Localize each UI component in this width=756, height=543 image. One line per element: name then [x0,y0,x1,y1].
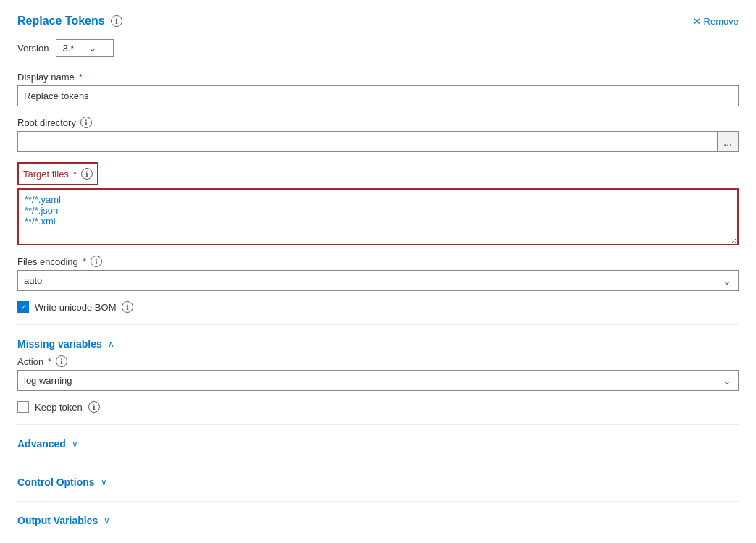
remove-x-icon: ✕ [693,16,701,27]
root-directory-label-text: Root directory [17,117,76,128]
target-files-input[interactable]: **/*.yaml **/*.json **/*.xml [19,190,737,244]
keep-token-checkbox[interactable] [17,401,29,413]
action-select-wrapper: log warning fail keep token replace with… [17,370,739,391]
display-name-label-text: Display name [17,72,75,83]
version-select[interactable]: 3.* ⌄ [56,39,114,57]
root-directory-input-group: ... [17,131,739,152]
files-encoding-info-icon[interactable]: ℹ [91,256,102,267]
advanced-chevron-icon: ∨ [72,439,78,449]
output-variables-section: Output Variables ∨ [17,509,739,532]
action-required: * [48,356,51,367]
version-chevron-icon: ⌄ [88,43,96,54]
remove-button[interactable]: ✕ Remove [693,16,739,27]
files-encoding-label-text: Files encoding [17,256,78,267]
keep-token-row: Keep token ℹ [17,401,739,413]
control-options-chevron-icon: ∨ [101,477,107,487]
display-name-input[interactable] [17,85,739,106]
title-row: Replace Tokens ℹ [17,14,122,28]
advanced-header[interactable]: Advanced ∨ [17,432,739,455]
remove-label: Remove [704,16,739,27]
root-directory-label: Root directory ℹ [17,117,739,128]
page-header: Replace Tokens ℹ ✕ Remove [17,14,739,28]
files-encoding-select[interactable]: auto utf-8 utf-16le utf-16be ascii [17,270,739,291]
title-info-icon[interactable]: ℹ [111,15,122,27]
missing-variables-header[interactable]: Missing variables ∧ [17,332,739,355]
files-encoding-field: Files encoding * ℹ auto utf-8 utf-16le u… [17,256,739,291]
output-variables-header[interactable]: Output Variables ∨ [17,509,739,532]
version-value: 3.* [62,43,74,54]
keep-token-label: Keep token [35,402,83,413]
page-title: Replace Tokens [17,14,105,28]
action-label: Action * ℹ [17,355,739,367]
write-unicode-bom-checkbox[interactable] [17,301,29,313]
target-files-textarea-wrapper: **/*.yaml **/*.json **/*.xml [17,188,739,245]
target-files-field: Target files * ℹ **/*.yaml **/*.json **/… [17,162,739,245]
keep-token-info-icon[interactable]: ℹ [88,401,100,413]
divider-4 [17,501,739,502]
version-label: Version [17,43,49,54]
action-select[interactable]: log warning fail keep token replace with… [17,370,739,391]
target-files-label-text: Target files [23,169,69,180]
write-unicode-bom-row: Write unicode BOM ℹ [17,301,739,313]
target-files-info-icon[interactable]: ℹ [81,168,93,180]
files-encoding-required: * [83,256,86,267]
display-name-label: Display name * [17,72,739,83]
divider-3 [17,463,739,463]
divider-2 [17,424,739,425]
write-unicode-bom-info-icon[interactable]: ℹ [122,301,133,313]
output-variables-chevron-icon: ∨ [104,515,110,526]
control-options-section: Control Options ∨ [17,471,739,494]
divider-1 [17,324,739,325]
action-field: Action * ℹ log warning fail keep token r… [17,355,739,391]
root-directory-input[interactable] [17,131,718,152]
target-files-required: * [73,169,77,180]
write-unicode-bom-label: Write unicode BOM [35,302,116,313]
advanced-title: Advanced [17,438,66,450]
version-row: Version 3.* ⌄ [17,39,739,57]
display-name-required: * [79,72,83,83]
control-options-header[interactable]: Control Options ∨ [17,471,739,494]
advanced-section: Advanced ∨ [17,432,739,455]
files-encoding-label: Files encoding * ℹ [17,256,739,267]
control-options-title: Control Options [17,476,95,488]
missing-variables-section: Missing variables ∧ Action * ℹ log warni… [17,332,739,413]
root-directory-field: Root directory ℹ ... [17,117,739,152]
target-files-label-box: Target files * ℹ [17,162,98,185]
root-directory-browse-button[interactable]: ... [718,131,739,152]
display-name-field: Display name * [17,72,739,106]
action-label-text: Action [17,356,43,367]
target-files-label: Target files * ℹ [23,168,93,180]
files-encoding-select-wrapper: auto utf-8 utf-16le utf-16be ascii [17,270,739,291]
output-variables-title: Output Variables [17,515,98,526]
missing-variables-title: Missing variables [17,338,102,350]
root-directory-info-icon[interactable]: ℹ [80,117,92,128]
missing-variables-chevron-icon: ∧ [108,339,114,349]
action-info-icon[interactable]: ℹ [56,355,67,367]
